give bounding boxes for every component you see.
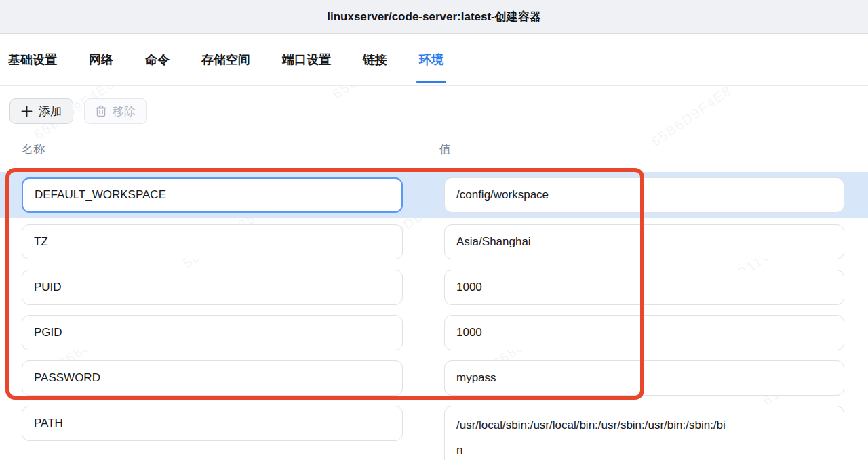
dialog-titlebar: linuxserver/code-server:latest-创建容器 [0,0,868,34]
env-row-puid [0,270,868,305]
env-name-input[interactable] [22,406,403,441]
trash-icon [96,105,106,117]
tab-network[interactable]: 网络 [89,34,113,85]
env-value-input[interactable]: /usr/local/sbin:/usr/local/bin:/usr/sbin… [444,406,844,460]
env-value-input[interactable] [444,360,844,396]
env-row-default-workspace [0,177,868,213]
env-row-path: /usr/local/sbin:/usr/local/bin:/usr/sbin… [0,406,868,460]
tab-links[interactable]: 链接 [363,34,387,85]
container-create-dialog: 65B6D9F4E8 5DDB116353 616680 65B6D9F4E8 … [0,0,868,460]
tab-basic-settings[interactable]: 基础设置 [8,34,57,85]
add-button[interactable]: 添加 [9,98,73,124]
remove-button-label: 移除 [113,104,136,119]
remove-button[interactable]: 移除 [84,98,147,124]
name-column-header: 名称 [22,142,45,157]
env-value-input[interactable] [444,177,844,213]
tab-command[interactable]: 命令 [145,34,170,85]
tab-storage[interactable]: 存储空间 [201,34,250,85]
env-row-password [0,360,868,396]
settings-tabbar: 基础设置 网络 命令 存储空间 端口设置 链接 环境 [0,34,868,86]
env-variable-list: /usr/local/sbin:/usr/local/bin:/usr/sbin… [0,172,868,460]
env-name-input[interactable] [22,360,403,396]
tab-environment[interactable]: 环境 [419,34,443,85]
column-headers: 名称 值 [0,142,868,155]
env-name-input[interactable] [22,177,403,213]
value-column-header: 值 [439,142,451,157]
add-button-label: 添加 [39,104,62,119]
env-value-input[interactable] [444,224,844,259]
env-toolbar: 添加 移除 [0,86,868,124]
env-row-tz [0,224,868,259]
env-value-input[interactable] [444,315,844,350]
env-row-pgid [0,315,868,350]
env-name-input[interactable] [22,270,403,305]
selected-row-highlight [0,172,868,218]
env-name-input[interactable] [22,315,403,350]
tab-ports[interactable]: 端口设置 [282,34,331,85]
plus-icon [21,106,33,117]
dialog-title: linuxserver/code-server:latest-创建容器 [327,9,541,24]
env-value-input[interactable] [444,270,844,305]
env-name-input[interactable] [22,224,403,259]
